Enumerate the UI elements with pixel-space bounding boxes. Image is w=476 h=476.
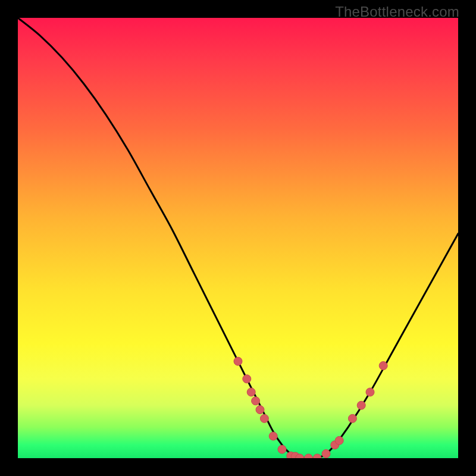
data-point — [348, 414, 356, 422]
data-point — [304, 454, 312, 458]
plot-area — [18, 18, 458, 458]
data-points — [234, 357, 387, 458]
data-point — [252, 397, 260, 405]
data-point — [335, 436, 343, 444]
data-point — [256, 406, 264, 414]
data-point — [322, 450, 330, 458]
data-point — [269, 432, 277, 440]
data-point — [278, 445, 286, 453]
data-point — [357, 401, 365, 409]
curve-svg — [18, 18, 458, 458]
data-point — [247, 388, 255, 396]
data-point — [260, 414, 268, 422]
bottleneck-curve — [18, 18, 458, 458]
data-point — [243, 375, 251, 383]
data-point — [366, 388, 374, 396]
data-point — [379, 362, 387, 370]
data-point — [313, 454, 321, 458]
data-point — [234, 357, 242, 365]
chart-frame: TheBottleneck.com — [0, 0, 476, 476]
